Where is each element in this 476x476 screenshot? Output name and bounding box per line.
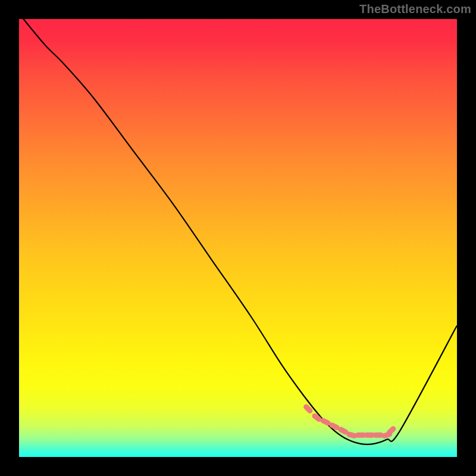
bottleneck-curve [23,19,457,444]
marker-dash [306,407,310,411]
marker-dash [323,421,328,423]
marker-dash [341,430,346,432]
chart-container: TheBottleneck.com [0,0,476,476]
plot-area [19,19,457,457]
marker-dash [349,434,355,436]
optimal-range-markers [306,407,393,436]
marker-dash [315,416,319,419]
marker-dash [389,429,393,433]
watermark-label: TheBottleneck.com [359,2,471,16]
marker-dash [332,425,337,428]
bottleneck-chart-svg [19,19,457,457]
